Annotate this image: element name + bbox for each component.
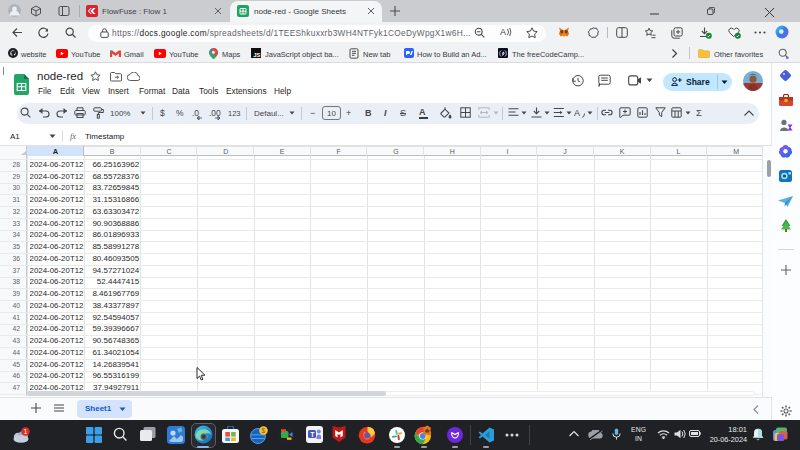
svg-text:$: $ bbox=[262, 427, 266, 434]
svg-text:T: T bbox=[310, 431, 315, 438]
svg-text:A: A bbox=[574, 108, 580, 118]
svg-text:JS: JS bbox=[253, 52, 260, 58]
svg-text:1: 1 bbox=[24, 428, 28, 435]
